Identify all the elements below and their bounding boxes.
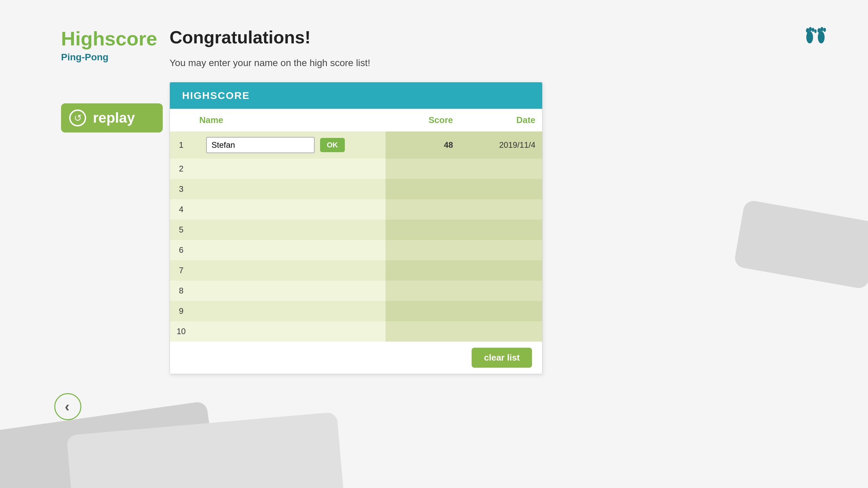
replay-button[interactable]: ↺ replay [61, 103, 163, 133]
svg-point-1 [806, 28, 809, 33]
table-header-row: Name Score Date [170, 109, 542, 131]
main-content: Congratulations! You may enter your name… [170, 27, 542, 374]
table-row: 1OK482019/11/4 [170, 131, 542, 159]
bg-decoration-right [733, 199, 868, 289]
date-cell [460, 220, 542, 240]
table-row: 9 [170, 301, 542, 321]
date-cell [460, 301, 542, 321]
congratulations-title: Congratulations! [170, 27, 542, 47]
col-score-header: Score [386, 109, 460, 131]
name-cell [193, 220, 386, 240]
name-cell [193, 321, 386, 342]
table-row: 7 [170, 260, 542, 281]
date-cell [460, 179, 542, 199]
svg-point-0 [806, 31, 813, 43]
table-wrapper: Name Score Date 1OK482019/11/42345678910 [170, 109, 542, 342]
table-row: 2 [170, 159, 542, 179]
col-date-header: Date [460, 109, 542, 131]
score-cell [386, 281, 460, 301]
rank-cell: 4 [170, 199, 193, 220]
score-table: Name Score Date 1OK482019/11/42345678910 [170, 109, 542, 342]
table-row: 3 [170, 179, 542, 199]
svg-point-2 [809, 27, 812, 32]
congratulations-subtitle: You may enter your name on the high scor… [170, 58, 542, 68]
rank-cell: 5 [170, 220, 193, 240]
score-cell [386, 220, 460, 240]
svg-point-7 [821, 27, 824, 32]
table-row: 8 [170, 281, 542, 301]
date-cell [460, 321, 542, 342]
date-cell [460, 260, 542, 281]
rank-cell: 7 [170, 260, 193, 281]
score-cell [386, 260, 460, 281]
name-input[interactable] [206, 137, 315, 153]
rank-cell: 3 [170, 179, 193, 199]
name-cell [193, 260, 386, 281]
name-cell [193, 281, 386, 301]
name-cell [193, 301, 386, 321]
svg-point-5 [818, 31, 825, 43]
name-cell [193, 179, 386, 199]
clear-list-button[interactable]: clear list [472, 348, 532, 368]
rank-cell: 1 [170, 131, 193, 159]
rank-cell: 9 [170, 301, 193, 321]
score-cell [386, 301, 460, 321]
app-subtitle: Ping-Pong [61, 52, 163, 63]
date-cell [460, 199, 542, 220]
name-cell[interactable]: OK [193, 131, 386, 159]
rank-cell: 10 [170, 321, 193, 342]
date-cell [460, 240, 542, 260]
score-cell [386, 321, 460, 342]
score-cell [386, 179, 460, 199]
date-cell [460, 159, 542, 179]
col-name-header: Name [193, 109, 386, 131]
ok-button[interactable]: OK [320, 138, 345, 152]
score-cell: 48 [386, 131, 460, 159]
footprint-icon [804, 20, 827, 47]
replay-icon: ↺ [69, 109, 86, 126]
app-title: Highscore [61, 27, 163, 50]
svg-point-8 [823, 28, 826, 32]
date-cell [460, 281, 542, 301]
table-row: 5 [170, 220, 542, 240]
back-icon: ‹ [65, 399, 70, 415]
highscore-container: HIGHSCORE Name Score Date 1OK482019/11/4… [170, 82, 542, 374]
score-cell [386, 240, 460, 260]
score-tbody: 1OK482019/11/42345678910 [170, 131, 542, 342]
table-row: 10 [170, 321, 542, 342]
table-footer: clear list [170, 342, 542, 374]
replay-label: replay [93, 110, 135, 126]
back-button[interactable]: ‹ [54, 393, 81, 420]
name-cell [193, 240, 386, 260]
name-cell [193, 159, 386, 179]
svg-point-4 [814, 29, 817, 33]
rank-cell: 6 [170, 240, 193, 260]
svg-point-3 [812, 28, 814, 32]
highscore-header-title: HIGHSCORE [182, 90, 250, 101]
rank-cell: 8 [170, 281, 193, 301]
table-row: 6 [170, 240, 542, 260]
rank-cell: 2 [170, 159, 193, 179]
svg-point-6 [817, 28, 821, 33]
score-cell [386, 199, 460, 220]
col-rank-header [170, 109, 193, 131]
left-panel: Highscore Ping-Pong ↺ replay [61, 27, 163, 133]
highscore-header: HIGHSCORE [170, 82, 542, 109]
date-cell: 2019/11/4 [460, 131, 542, 159]
table-row: 4 [170, 199, 542, 220]
name-cell [193, 199, 386, 220]
score-cell [386, 159, 460, 179]
